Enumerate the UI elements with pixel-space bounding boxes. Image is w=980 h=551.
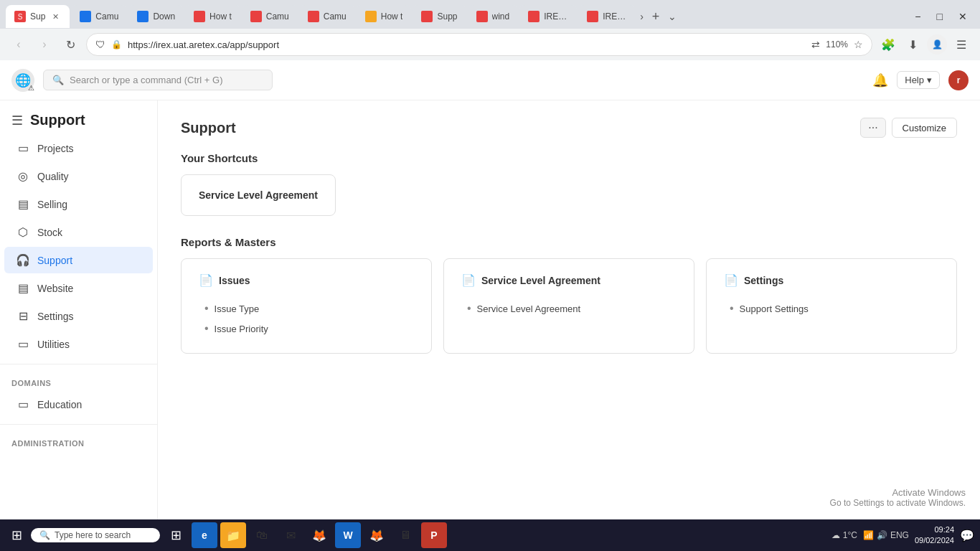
help-label: Help [905, 75, 924, 85]
activate-windows-watermark: Activate Windows Go to Settings to activ… [830, 487, 966, 508]
sidebar-item-website[interactable]: ▤ Website [4, 275, 153, 301]
taskbar-edge-icon[interactable]: e [192, 522, 217, 548]
taskbar-ppt-icon[interactable]: P [421, 522, 447, 548]
reports-title: Reports & Masters [181, 236, 957, 248]
tab-favicon [365, 11, 377, 22]
customize-button[interactable]: Customize [892, 118, 957, 138]
list-item[interactable]: Support Settings [730, 298, 939, 319]
taskbar-search[interactable]: 🔍 Type here to search [31, 528, 160, 542]
task-view-button[interactable]: ⊞ [163, 522, 189, 548]
sidebar-item-settings[interactable]: ⊟ Settings [4, 303, 153, 329]
support-icon: 🎧 [16, 253, 30, 267]
tab[interactable]: Down [128, 5, 184, 28]
translate-icon[interactable]: ⇄ [811, 39, 820, 50]
date-display: 09/02/2024 [915, 535, 954, 546]
shortcuts-section: Your Shortcuts Service Level Agreement [181, 152, 957, 216]
taskbar-firefox-icon[interactable]: 🦊 [306, 522, 332, 548]
taskbar-store-icon[interactable]: 🛍 [249, 522, 275, 548]
sidebar-item-label: Projects [37, 143, 74, 154]
sidebar-item-label: Settings [37, 311, 74, 322]
network-icon: 📶 [863, 530, 874, 540]
tab[interactable]: IREX-S [519, 5, 577, 28]
tab-label: Camu [324, 11, 347, 22]
tab[interactable]: Camu [71, 5, 127, 28]
tab[interactable]: How t [357, 5, 412, 28]
minimize-button[interactable]: − [908, 2, 928, 31]
tab[interactable]: Supp [413, 5, 466, 28]
notification-icon[interactable]: 💬 [960, 529, 974, 542]
shortcut-card-sla[interactable]: Service Level Agreement [181, 174, 336, 216]
tab[interactable]: IREX-S [578, 5, 636, 28]
list-item[interactable]: Issue Type [204, 298, 414, 319]
tab[interactable]: Camu [299, 5, 355, 28]
tab-label: Camu [266, 11, 289, 22]
close-button[interactable]: ✕ [951, 2, 974, 31]
tab[interactable]: wind [468, 5, 519, 28]
sidebar-item-quality[interactable]: ◎ Quality [4, 163, 153, 189]
list-item[interactable]: Service Level Agreement [467, 298, 677, 319]
refresh-button[interactable]: ↻ [60, 34, 80, 55]
tab-close-icon[interactable]: ✕ [50, 11, 61, 22]
address-url: https://irex.uat.aretex.ca/app/support [128, 39, 806, 50]
sidebar-item-education[interactable]: ▭ Education [4, 391, 153, 418]
zoom-level: 110% [826, 39, 848, 50]
education-icon: ▭ [16, 397, 30, 411]
taskbar-search-text: Type here to search [55, 530, 131, 540]
cloud-icon: ☁ [831, 530, 840, 540]
tab-label: How t [381, 11, 403, 22]
settings-icon: ⊟ [16, 309, 30, 323]
tab[interactable]: Camu [242, 5, 298, 28]
shortcuts-title: Your Shortcuts [181, 152, 957, 164]
settings-doc-icon: 📄 [724, 273, 738, 287]
star-icon[interactable]: ☆ [854, 39, 863, 50]
tab-favicon [308, 11, 319, 22]
extensions-button[interactable]: 🧩 [878, 34, 898, 55]
temperature: 1°C [843, 530, 857, 540]
new-tab-button[interactable]: + [648, 9, 664, 24]
profile-button[interactable]: 👤 [927, 34, 947, 55]
back-button[interactable]: ‹ [9, 34, 29, 55]
address-bar[interactable]: 🛡 🔒 https://irex.uat.aretex.ca/app/suppo… [86, 33, 872, 56]
search-icon: 🔍 [39, 530, 50, 540]
start-button[interactable]: ⊞ [6, 524, 28, 546]
help-button[interactable]: Help ▾ [897, 71, 940, 89]
tab-list-button[interactable]: ⌄ [665, 11, 679, 22]
shortcut-card-title: Service Level Agreement [199, 189, 318, 201]
taskbar-mail-icon[interactable]: ✉ [278, 522, 303, 548]
sidebar-item-utilities[interactable]: ▭ Utilities [4, 331, 153, 357]
report-card-title: Settings [744, 275, 783, 286]
maximize-button[interactable]: □ [930, 2, 950, 31]
bell-icon[interactable]: 🔔 [872, 72, 888, 88]
sidebar-item-stock[interactable]: ⬡ Stock [4, 219, 153, 245]
reports-section: Reports & Masters 📄 Issues Issue Type Is… [181, 236, 957, 354]
tab-favicon [528, 11, 540, 22]
tab-label: Supp [437, 11, 457, 22]
sidebar-item-label: Website [37, 283, 73, 294]
taskbar-desktop-icon[interactable]: 🖥 [392, 522, 418, 548]
app-search[interactable]: 🔍 Search or type a command (Ctrl + G) [43, 70, 273, 90]
tab[interactable]: S Sup ✕ [6, 5, 70, 28]
sidebar-menu-icon[interactable]: ☰ [11, 113, 23, 128]
tab-favicon [194, 11, 205, 22]
sidebar-item-support[interactable]: 🎧 Support [4, 247, 153, 273]
time-display: 09:24 [915, 524, 954, 535]
content-area: Support ··· Customize Your Shortcuts Ser… [158, 100, 980, 551]
quality-icon: ◎ [16, 169, 30, 183]
sidebar-item-label: Quality [37, 171, 69, 182]
sidebar-item-projects[interactable]: ▭ Projects [4, 135, 153, 161]
taskbar-word-icon[interactable]: W [335, 522, 361, 548]
tab[interactable]: How t [185, 5, 240, 28]
settings-button[interactable]: ☰ [951, 34, 971, 55]
tab-chevron-right[interactable]: › [637, 11, 646, 22]
issues-doc-icon: 📄 [199, 273, 213, 287]
tab-label: Sup [30, 11, 45, 22]
taskbar-firefox2-icon[interactable]: 🦊 [364, 522, 390, 548]
avatar[interactable]: r [948, 70, 969, 90]
taskbar-fileexplorer-icon[interactable]: 📁 [220, 522, 246, 548]
save-button[interactable]: ⬇ [903, 34, 923, 55]
more-button[interactable]: ··· [860, 118, 885, 138]
list-item[interactable]: Issue Priority [204, 319, 414, 339]
forward-button[interactable]: › [34, 34, 55, 55]
report-card-sla: 📄 Service Level Agreement Service Level … [443, 258, 694, 354]
sidebar-item-selling[interactable]: ▤ Selling [4, 191, 153, 217]
